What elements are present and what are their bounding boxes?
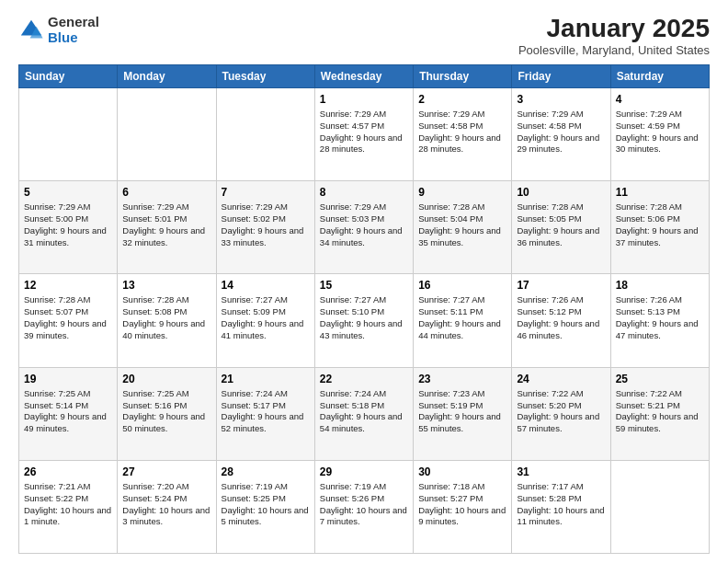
cell-content: Sunrise: 7:25 AM Sunset: 5:14 PM Dayligh… <box>24 388 112 435</box>
day-number: 21 <box>222 372 310 386</box>
day-number: 9 <box>418 185 506 200</box>
cell-content: Sunrise: 7:29 AM Sunset: 4:59 PM Dayligh… <box>616 109 704 155</box>
day-number: 25 <box>616 372 704 386</box>
day-number: 28 <box>222 465 310 479</box>
day-number: 13 <box>122 278 210 293</box>
title-section: January 2025 Poolesville, Maryland, Unit… <box>518 15 710 57</box>
calendar-week-row: 19Sunrise: 7:25 AM Sunset: 5:14 PM Dayli… <box>19 367 710 460</box>
calendar-cell: 22Sunrise: 7:24 AM Sunset: 5:18 PM Dayli… <box>314 367 413 460</box>
cell-content: Sunrise: 7:28 AM Sunset: 5:06 PM Dayligh… <box>616 201 704 248</box>
calendar-cell: 20Sunrise: 7:25 AM Sunset: 5:16 PM Dayli… <box>118 367 216 460</box>
weekday-header: Tuesday <box>216 64 314 87</box>
calendar-cell: 1Sunrise: 7:29 AM Sunset: 4:57 PM Daylig… <box>314 87 413 180</box>
cell-content: Sunrise: 7:29 AM Sunset: 5:02 PM Dayligh… <box>222 201 310 248</box>
calendar-cell: 4Sunrise: 7:29 AM Sunset: 4:59 PM Daylig… <box>610 87 709 180</box>
calendar-cell: 8Sunrise: 7:29 AM Sunset: 5:03 PM Daylig… <box>314 181 413 274</box>
calendar-cell: 9Sunrise: 7:28 AM Sunset: 5:04 PM Daylig… <box>414 181 512 274</box>
cell-content: Sunrise: 7:27 AM Sunset: 5:10 PM Dayligh… <box>320 294 408 341</box>
calendar-cell: 29Sunrise: 7:19 AM Sunset: 5:26 PM Dayli… <box>314 460 413 553</box>
calendar-cell: 6Sunrise: 7:29 AM Sunset: 5:01 PM Daylig… <box>118 181 216 274</box>
calendar-cell: 21Sunrise: 7:24 AM Sunset: 5:17 PM Dayli… <box>216 367 314 460</box>
calendar-cell: 11Sunrise: 7:28 AM Sunset: 5:06 PM Dayli… <box>610 181 709 274</box>
day-number: 10 <box>517 185 605 200</box>
calendar-cell <box>118 87 216 180</box>
cell-content: Sunrise: 7:19 AM Sunset: 5:25 PM Dayligh… <box>222 481 310 528</box>
calendar-cell <box>19 87 118 180</box>
calendar-cell: 16Sunrise: 7:27 AM Sunset: 5:11 PM Dayli… <box>414 274 512 367</box>
day-number: 16 <box>418 278 506 293</box>
day-number: 3 <box>517 92 605 107</box>
logo: General Blue <box>18 15 99 45</box>
day-number: 6 <box>122 185 210 200</box>
weekday-header: Wednesday <box>314 64 413 87</box>
weekday-header: Friday <box>512 64 610 87</box>
cell-content: Sunrise: 7:21 AM Sunset: 5:22 PM Dayligh… <box>24 481 112 528</box>
day-number: 14 <box>222 278 310 293</box>
cell-content: Sunrise: 7:24 AM Sunset: 5:18 PM Dayligh… <box>320 388 408 435</box>
cell-content: Sunrise: 7:28 AM Sunset: 5:04 PM Dayligh… <box>418 201 506 248</box>
calendar-cell: 27Sunrise: 7:20 AM Sunset: 5:24 PM Dayli… <box>118 460 216 553</box>
cell-content: Sunrise: 7:29 AM Sunset: 4:58 PM Dayligh… <box>418 109 506 155</box>
calendar: SundayMondayTuesdayWednesdayThursdayFrid… <box>18 64 710 554</box>
calendar-week-row: 12Sunrise: 7:28 AM Sunset: 5:07 PM Dayli… <box>19 274 710 367</box>
calendar-cell: 7Sunrise: 7:29 AM Sunset: 5:02 PM Daylig… <box>216 181 314 274</box>
cell-content: Sunrise: 7:19 AM Sunset: 5:26 PM Dayligh… <box>320 481 408 528</box>
page: General Blue January 2025 Poolesville, M… <box>0 0 728 563</box>
cell-content: Sunrise: 7:24 AM Sunset: 5:17 PM Dayligh… <box>222 388 310 435</box>
cell-content: Sunrise: 7:18 AM Sunset: 5:27 PM Dayligh… <box>418 481 506 528</box>
calendar-cell: 15Sunrise: 7:27 AM Sunset: 5:10 PM Dayli… <box>314 274 413 367</box>
calendar-cell: 19Sunrise: 7:25 AM Sunset: 5:14 PM Dayli… <box>19 367 118 460</box>
calendar-cell <box>610 460 709 553</box>
day-number: 1 <box>320 92 408 107</box>
day-number: 11 <box>616 185 704 200</box>
logo-icon <box>18 17 44 43</box>
weekday-header: Sunday <box>19 64 118 87</box>
cell-content: Sunrise: 7:29 AM Sunset: 5:03 PM Dayligh… <box>320 201 408 248</box>
calendar-cell: 25Sunrise: 7:22 AM Sunset: 5:21 PM Dayli… <box>610 367 709 460</box>
day-number: 5 <box>24 185 112 200</box>
day-number: 31 <box>517 465 605 479</box>
day-number: 12 <box>24 278 112 293</box>
calendar-cell: 28Sunrise: 7:19 AM Sunset: 5:25 PM Dayli… <box>216 460 314 553</box>
day-number: 30 <box>418 465 506 479</box>
cell-content: Sunrise: 7:28 AM Sunset: 5:05 PM Dayligh… <box>517 201 605 248</box>
calendar-cell: 30Sunrise: 7:18 AM Sunset: 5:27 PM Dayli… <box>414 460 512 553</box>
day-number: 27 <box>122 465 210 479</box>
day-number: 20 <box>122 372 210 386</box>
logo-general-label: General <box>48 15 99 30</box>
calendar-week-row: 1Sunrise: 7:29 AM Sunset: 4:57 PM Daylig… <box>19 87 710 180</box>
day-number: 23 <box>418 372 506 386</box>
day-number: 18 <box>616 278 704 293</box>
calendar-cell: 18Sunrise: 7:26 AM Sunset: 5:13 PM Dayli… <box>610 274 709 367</box>
cell-content: Sunrise: 7:17 AM Sunset: 5:28 PM Dayligh… <box>517 481 605 528</box>
header: General Blue January 2025 Poolesville, M… <box>18 15 710 57</box>
cell-content: Sunrise: 7:25 AM Sunset: 5:16 PM Dayligh… <box>122 388 210 435</box>
calendar-cell: 13Sunrise: 7:28 AM Sunset: 5:08 PM Dayli… <box>118 274 216 367</box>
day-number: 8 <box>320 185 408 200</box>
day-number: 17 <box>517 278 605 293</box>
weekday-header-row: SundayMondayTuesdayWednesdayThursdayFrid… <box>19 64 710 87</box>
calendar-cell: 14Sunrise: 7:27 AM Sunset: 5:09 PM Dayli… <box>216 274 314 367</box>
calendar-cell: 24Sunrise: 7:22 AM Sunset: 5:20 PM Dayli… <box>512 367 610 460</box>
calendar-week-row: 5Sunrise: 7:29 AM Sunset: 5:00 PM Daylig… <box>19 181 710 274</box>
calendar-cell: 2Sunrise: 7:29 AM Sunset: 4:58 PM Daylig… <box>414 87 512 180</box>
cell-content: Sunrise: 7:26 AM Sunset: 5:12 PM Dayligh… <box>517 294 605 341</box>
calendar-cell: 10Sunrise: 7:28 AM Sunset: 5:05 PM Dayli… <box>512 181 610 274</box>
calendar-cell <box>216 87 314 180</box>
cell-content: Sunrise: 7:28 AM Sunset: 5:08 PM Dayligh… <box>122 294 210 341</box>
day-number: 19 <box>24 372 112 386</box>
cell-content: Sunrise: 7:22 AM Sunset: 5:20 PM Dayligh… <box>517 388 605 435</box>
cell-content: Sunrise: 7:29 AM Sunset: 5:00 PM Dayligh… <box>24 201 112 248</box>
month-title: January 2025 <box>518 15 710 43</box>
day-number: 29 <box>320 465 408 479</box>
cell-content: Sunrise: 7:23 AM Sunset: 5:19 PM Dayligh… <box>418 388 506 435</box>
day-number: 15 <box>320 278 408 293</box>
logo-text: General Blue <box>48 15 99 45</box>
cell-content: Sunrise: 7:29 AM Sunset: 4:57 PM Dayligh… <box>320 109 408 155</box>
calendar-cell: 3Sunrise: 7:29 AM Sunset: 4:58 PM Daylig… <box>512 87 610 180</box>
cell-content: Sunrise: 7:27 AM Sunset: 5:11 PM Dayligh… <box>418 294 506 341</box>
day-number: 22 <box>320 372 408 386</box>
weekday-header: Saturday <box>610 64 709 87</box>
cell-content: Sunrise: 7:28 AM Sunset: 5:07 PM Dayligh… <box>24 294 112 341</box>
cell-content: Sunrise: 7:29 AM Sunset: 4:58 PM Dayligh… <box>517 109 605 155</box>
